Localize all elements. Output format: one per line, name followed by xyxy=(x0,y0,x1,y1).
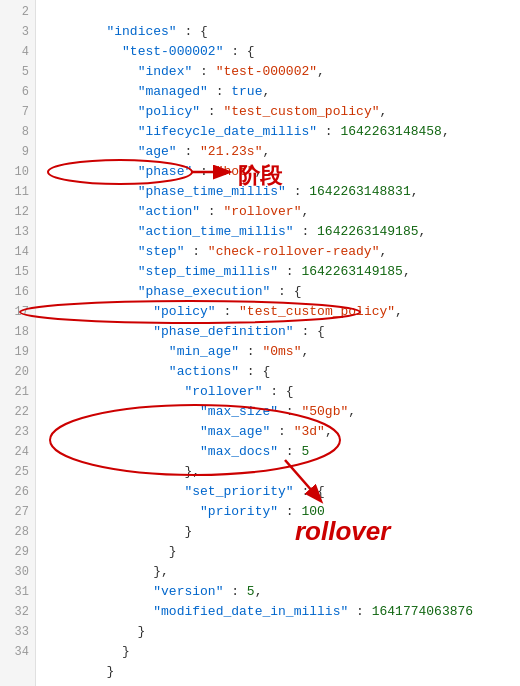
code-line-17: "phase_definition" : { xyxy=(44,302,520,322)
code-line-19: "actions" : { xyxy=(44,342,520,362)
code-line-26: "priority" : 100 xyxy=(44,482,520,502)
line-num-11: 11 xyxy=(0,182,35,202)
editor-container: 2 3 4 5 6 7 8 9 10 11 12 13 14 15 16 17 … xyxy=(0,0,520,686)
code-line-23: "max_docs" : 5 xyxy=(44,422,520,442)
line-num-23: 23 xyxy=(0,422,35,442)
code-line-4: "index" : "test-000002", xyxy=(44,42,520,62)
line-num-6: 6 xyxy=(0,82,35,102)
line-num-17: 17 xyxy=(0,302,35,322)
code-line-11: "action" : "rollover", xyxy=(44,182,520,202)
line-num-33: 33 xyxy=(0,622,35,642)
line-num-18: 18 xyxy=(0,322,35,342)
line-num-21: 21 xyxy=(0,382,35,402)
code-line-3: "test-000002" : { xyxy=(44,22,520,42)
line-num-30: 30 xyxy=(0,562,35,582)
line-num-16: 16 xyxy=(0,282,35,302)
line-num-3: 3 xyxy=(0,22,35,42)
line-num-15: 15 xyxy=(0,262,35,282)
line-num-26: 26 xyxy=(0,482,35,502)
code-line-30: "version" : 5, xyxy=(44,562,520,582)
code-line-25: "set_priority" : { xyxy=(44,462,520,482)
code-area: "indices" : { "test-000002" : { "index" … xyxy=(36,0,520,686)
code-line-29: }, xyxy=(44,542,520,562)
line-num-13: 13 xyxy=(0,222,35,242)
line-num-28: 28 xyxy=(0,522,35,542)
code-line-6: "policy" : "test_custom_policy", xyxy=(44,82,520,102)
code-line-8: "age" : "21.23s", xyxy=(44,122,520,142)
code-line-21: "max_size" : "50gb", xyxy=(44,382,520,402)
code-line-15: "phase_execution" : { xyxy=(44,262,520,282)
line-num-31: 31 xyxy=(0,582,35,602)
code-line-7: "lifecycle_date_millis" : 1642263148458, xyxy=(44,102,520,122)
line-num-34: 34 xyxy=(0,642,35,662)
line-num-27: 27 xyxy=(0,502,35,522)
code-line-9: "phase" : "hot", xyxy=(44,142,520,162)
line-num-4: 4 xyxy=(0,42,35,62)
line-num-25: 25 xyxy=(0,462,35,482)
line-num-9: 9 xyxy=(0,142,35,162)
line-numbers: 2 3 4 5 6 7 8 9 10 11 12 13 14 15 16 17 … xyxy=(0,0,36,686)
code-line-12: "action_time_millis" : 1642263149185, xyxy=(44,202,520,222)
code-line-14: "step_time_millis" : 1642263149185, xyxy=(44,242,520,262)
line-num-7: 7 xyxy=(0,102,35,122)
line-num-19: 19 xyxy=(0,342,35,362)
line-num-2: 2 xyxy=(0,2,35,22)
line-num-32: 32 xyxy=(0,602,35,622)
code-line-13: "step" : "check-rollover-ready", xyxy=(44,222,520,242)
code-line-33: } xyxy=(44,622,520,642)
code-line-2: "indices" : { xyxy=(44,2,520,22)
line-num-29: 29 xyxy=(0,542,35,562)
line-num-24: 24 xyxy=(0,442,35,462)
code-line-20: "rollover" : { xyxy=(44,362,520,382)
line-num-10: 10 xyxy=(0,162,35,182)
code-line-28: } xyxy=(44,522,520,542)
code-line-22: "max_age" : "3d", xyxy=(44,402,520,422)
code-line-10: "phase_time_millis" : 1642263148831, xyxy=(44,162,520,182)
line-num-5: 5 xyxy=(0,62,35,82)
code-line-34: } xyxy=(44,642,520,662)
code-line-31: "modified_date_in_millis" : 164177406387… xyxy=(44,582,520,602)
code-line-5: "managed" : true, xyxy=(44,62,520,82)
code-line-32: } xyxy=(44,602,520,622)
line-num-12: 12 xyxy=(0,202,35,222)
line-num-8: 8 xyxy=(0,122,35,142)
code-line-16: "policy" : "test_custom_policy", xyxy=(44,282,520,302)
line-num-20: 20 xyxy=(0,362,35,382)
code-line-18: "min_age" : "0ms", xyxy=(44,322,520,342)
line-num-22: 22 xyxy=(0,402,35,422)
code-line-24: }, xyxy=(44,442,520,462)
line-num-14: 14 xyxy=(0,242,35,262)
code-line-27: } xyxy=(44,502,520,522)
